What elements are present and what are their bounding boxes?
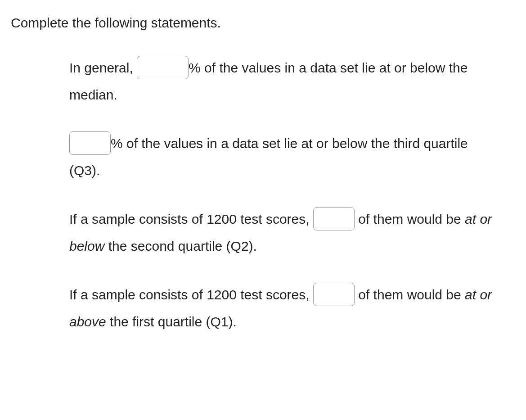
statement-3-text-before: If a sample consists of 1200 test scores… [69, 212, 313, 226]
statement-3-text-after: the second quartile (Q2). [104, 239, 257, 253]
statement-4-text-mid: of them would be [355, 287, 465, 302]
q2-count-input[interactable] [313, 207, 355, 230]
statement-4-text-after: the first quartile (Q1). [106, 314, 237, 329]
q3-percent-input[interactable] [69, 131, 111, 155]
statement-2: % of the values in a data set lie at or … [69, 130, 497, 184]
statement-1: In general, % of the values in a data se… [69, 54, 497, 108]
q1-count-input[interactable] [313, 283, 355, 306]
statement-2-text-after: % of the values in a data set lie at or … [69, 136, 468, 178]
median-percent-input[interactable] [137, 56, 189, 79]
statement-4: If a sample consists of 1200 test scores… [69, 281, 497, 335]
statement-3: If a sample consists of 1200 test scores… [69, 206, 497, 260]
statement-1-text-before: In general, [69, 60, 137, 75]
instruction-text: Complete the following statements. [11, 13, 515, 33]
statements-container: In general, % of the values in a data se… [11, 54, 515, 335]
statement-4-text-before: If a sample consists of 1200 test scores… [69, 287, 313, 302]
statement-3-text-mid: of them would be [355, 212, 465, 226]
